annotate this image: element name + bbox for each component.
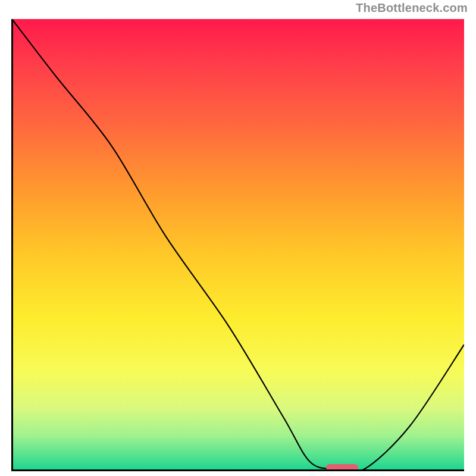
bottleneck-curve — [12, 19, 464, 471]
curve-path — [12, 19, 464, 471]
attribution-text: TheBottleneck.com — [356, 1, 468, 15]
y-axis — [11, 19, 13, 471]
bottleneck-gradient-plot — [12, 19, 464, 471]
x-axis — [12, 469, 464, 471]
